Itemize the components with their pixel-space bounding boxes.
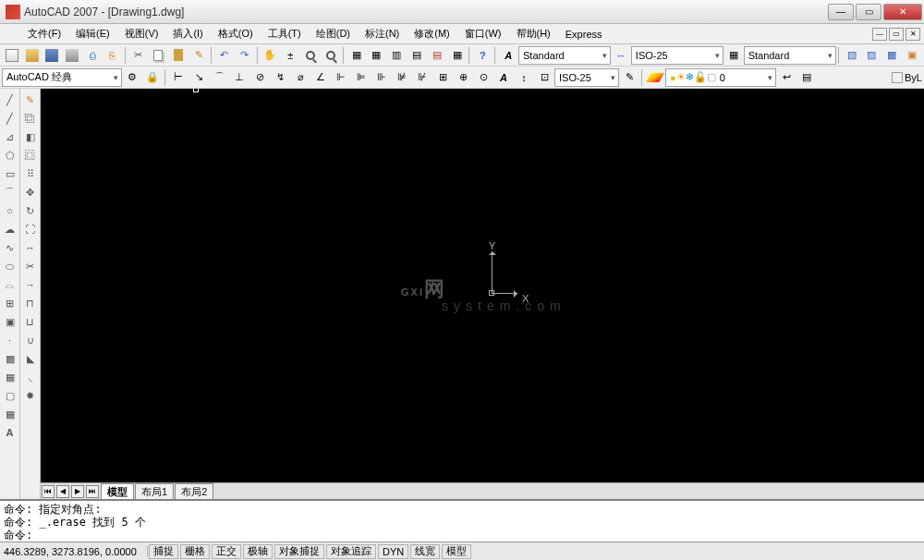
- xref-icon[interactable]: ▣: [903, 46, 921, 65]
- copy-button[interactable]: [150, 46, 168, 65]
- dim-baseline-icon[interactable]: ⊫: [352, 68, 371, 87]
- trim-icon[interactable]: ✂: [22, 258, 39, 274]
- menu-help[interactable]: 帮助(H): [509, 25, 558, 43]
- spline-icon[interactable]: ∿: [2, 239, 18, 256]
- pan-button[interactable]: ✋: [261, 46, 280, 65]
- mtext-icon[interactable]: A: [2, 424, 18, 441]
- tab-next[interactable]: ▶: [71, 485, 84, 498]
- otrack-toggle[interactable]: 对象追踪: [326, 544, 376, 559]
- tab-layout1[interactable]: 布局1: [135, 483, 174, 500]
- tab-model[interactable]: 模型: [101, 483, 134, 500]
- arc-icon[interactable]: ⌒: [2, 184, 18, 201]
- dim-quick-icon[interactable]: ⊩: [332, 68, 350, 87]
- table-style-combo[interactable]: Standard: [744, 46, 836, 65]
- calc-button[interactable]: ▦: [448, 46, 467, 65]
- circle-icon[interactable]: ○: [2, 202, 18, 219]
- coords-display[interactable]: 446.3289, 3273.8196, 0.0000: [0, 546, 148, 557]
- ws-lock-icon[interactable]: 🔒: [143, 68, 162, 87]
- tab-layout2[interactable]: 布局2: [175, 483, 213, 500]
- gradient-icon[interactable]: ▦: [2, 369, 18, 385]
- dim-style-combo[interactable]: ISO-25: [631, 46, 723, 65]
- mdi-close[interactable]: ✕: [906, 28, 920, 41]
- properties-button[interactable]: ▦: [347, 46, 366, 65]
- lwt-toggle[interactable]: 线宽: [410, 544, 440, 559]
- dim-linear-icon[interactable]: ⊢: [169, 68, 188, 87]
- table-icon[interactable]: ▦: [724, 46, 743, 65]
- toolpal-button[interactable]: ▥: [387, 46, 406, 65]
- menu-draw[interactable]: 绘图(D): [309, 25, 358, 43]
- zoom-prev-button[interactable]: [322, 46, 340, 65]
- plot-button[interactable]: [63, 46, 81, 65]
- pline-icon[interactable]: ⊿: [2, 128, 18, 145]
- mdi-minimize[interactable]: —: [872, 28, 887, 41]
- dim-aligned-icon[interactable]: ↘: [189, 68, 208, 87]
- maximize-button[interactable]: ▭: [856, 4, 881, 20]
- scale-icon[interactable]: ⛶: [22, 221, 39, 237]
- zoom-rt-button[interactable]: ±: [281, 46, 299, 65]
- menu-insert[interactable]: 插入(I): [165, 25, 210, 43]
- menu-express[interactable]: Express: [558, 27, 610, 42]
- erase-icon[interactable]: ✎: [22, 91, 39, 108]
- match-button[interactable]: ✎: [189, 46, 208, 65]
- mdi-restore[interactable]: ▭: [889, 28, 904, 41]
- sheetset-button[interactable]: ▤: [407, 46, 426, 65]
- line-icon[interactable]: ╱: [2, 91, 18, 108]
- dim-angular-icon[interactable]: ∠: [311, 68, 330, 87]
- dim-arc-icon[interactable]: ⌒: [210, 68, 228, 87]
- hatch-icon[interactable]: ▩: [2, 350, 18, 367]
- break-icon[interactable]: ⊔: [22, 313, 39, 330]
- command-window[interactable]: 命令: 指定对角点: 命令: _.erase 找到 5 个 命令:: [0, 499, 924, 542]
- table-icon[interactable]: ▦: [2, 406, 18, 422]
- drawing-viewport[interactable]: GXI网 system.com Y X: [41, 89, 924, 482]
- menu-view[interactable]: 视图(V): [117, 25, 166, 43]
- tolerance-icon[interactable]: ⊞: [433, 68, 452, 87]
- point-icon[interactable]: ·: [2, 332, 18, 348]
- revcloud-icon[interactable]: ☁: [2, 221, 18, 237]
- rectangle-icon[interactable]: ▭: [2, 165, 18, 182]
- dim-diameter-icon[interactable]: ⌀: [291, 68, 310, 87]
- text-style-combo[interactable]: Standard: [518, 46, 611, 65]
- xline-icon[interactable]: ╱: [2, 110, 18, 127]
- extend-icon[interactable]: →: [22, 276, 39, 293]
- inspect-icon[interactable]: ⊙: [474, 68, 492, 87]
- dim-override-icon[interactable]: ✎: [620, 68, 638, 87]
- save-button[interactable]: [43, 46, 62, 65]
- ws-settings-icon[interactable]: ⚙: [123, 68, 141, 87]
- region-icon[interactable]: ▢: [2, 387, 18, 404]
- ellipse-arc-icon[interactable]: ⌓: [2, 276, 18, 293]
- dim-jogged-icon[interactable]: ↯: [271, 68, 289, 87]
- layer-states-icon[interactable]: ▤: [797, 68, 816, 87]
- close-button[interactable]: ✕: [883, 4, 922, 20]
- workspace-combo[interactable]: AutoCAD 经典: [2, 68, 122, 87]
- text-A-icon[interactable]: A: [499, 46, 517, 65]
- dim-edit-icon[interactable]: A: [494, 68, 513, 87]
- snap-toggle[interactable]: 捕捉: [149, 544, 178, 559]
- copy-obj-icon[interactable]: ⿻: [22, 110, 39, 127]
- zoom-button[interactable]: [301, 46, 320, 65]
- preview-button[interactable]: ⎙: [83, 46, 102, 65]
- markup-button[interactable]: ▤: [428, 46, 446, 65]
- new-button[interactable]: [3, 46, 21, 65]
- dcenter-button[interactable]: ▦: [367, 46, 385, 65]
- layer-prev-icon[interactable]: ↩: [777, 68, 796, 87]
- join-icon[interactable]: ∪: [22, 332, 39, 348]
- help-button[interactable]: ?: [473, 46, 492, 65]
- tab-first[interactable]: ⏮: [42, 485, 55, 498]
- tab-last[interactable]: ⏭: [86, 485, 99, 498]
- menu-format[interactable]: 格式(O): [211, 25, 261, 43]
- menu-tools[interactable]: 工具(T): [261, 25, 309, 43]
- dyn-toggle[interactable]: DYN: [378, 544, 408, 559]
- dim-space-icon[interactable]: ⊯: [393, 68, 411, 87]
- cut-button[interactable]: ✂: [129, 46, 148, 65]
- undo-button[interactable]: ↶: [215, 46, 234, 65]
- block-icon-1[interactable]: ▧: [843, 46, 861, 65]
- dim-tedit-icon[interactable]: ↕: [515, 68, 533, 87]
- dim-break-icon[interactable]: ⊮: [413, 68, 432, 87]
- layer-combo[interactable]: ●☀❄🔓▢ 0: [665, 68, 776, 87]
- tab-prev[interactable]: ◀: [56, 485, 69, 498]
- mirror-icon[interactable]: ◧: [22, 128, 39, 145]
- chamfer-icon[interactable]: ◣: [22, 350, 39, 367]
- layers-icon[interactable]: [646, 68, 664, 87]
- menu-window[interactable]: 窗口(W): [457, 25, 509, 43]
- make-block-icon[interactable]: ▣: [2, 313, 18, 330]
